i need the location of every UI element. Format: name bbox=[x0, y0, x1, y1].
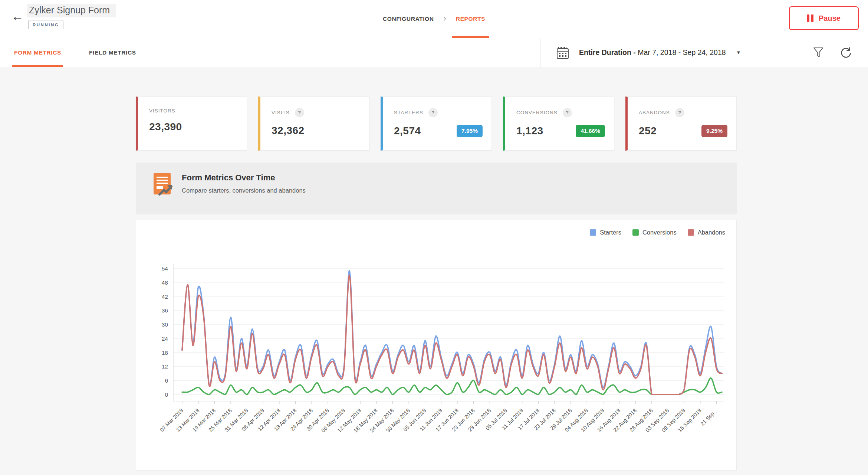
metric-label: VISITORS bbox=[149, 108, 175, 114]
tab-form-metrics-label: FORM METRICS bbox=[14, 49, 61, 56]
toolbar-icons bbox=[797, 38, 868, 67]
breadcrumb-reports-wrap: REPORTS bbox=[456, 0, 485, 38]
date-range-value: Mar 7, 2018 - Sep 24, 2018 bbox=[638, 48, 726, 56]
tab-field-metrics-label: FIELD METRICS bbox=[89, 49, 136, 56]
section-title: Form Metrics Over Time bbox=[182, 173, 275, 183]
breadcrumb-reports[interactable]: REPORTS bbox=[456, 16, 485, 22]
tab-active-underline bbox=[12, 65, 63, 67]
series-line-abandons bbox=[182, 275, 722, 394]
chart-section-header: Form Metrics Over Time Compare starters,… bbox=[136, 163, 737, 214]
svg-text:18: 18 bbox=[162, 350, 168, 356]
metric-rate-badge: 7.95% bbox=[457, 125, 483, 137]
help-icon[interactable]: ? bbox=[675, 108, 684, 117]
svg-text:54: 54 bbox=[162, 265, 168, 272]
help-icon[interactable]: ? bbox=[563, 108, 572, 117]
metric-cards-row: VISITORS23,390VISITS?32,362STARTERS?2,57… bbox=[136, 96, 737, 151]
svg-text:21 Sep ..: 21 Sep .. bbox=[699, 407, 719, 427]
metric-label: STARTERS bbox=[394, 110, 423, 115]
svg-text:42: 42 bbox=[162, 294, 168, 300]
svg-text:30: 30 bbox=[162, 321, 168, 328]
series-line-starters bbox=[182, 271, 722, 394]
refresh-icon[interactable] bbox=[840, 46, 852, 59]
metric-card-visitors: VISITORS23,390 bbox=[136, 96, 247, 151]
tab-bar: FORM METRICS FIELD METRICS Entire Durati… bbox=[0, 38, 868, 67]
svg-text:12: 12 bbox=[162, 363, 168, 370]
section-subtitle: Compare starters, conversions and abando… bbox=[182, 187, 306, 194]
metric-card-conversions: CONVERSIONS?1,12341.66% bbox=[503, 96, 614, 151]
date-range-selector[interactable]: Entire Duration - Mar 7, 2018 - Sep 24, … bbox=[540, 38, 797, 67]
report-document-icon bbox=[151, 171, 176, 197]
pause-button[interactable]: Pause bbox=[789, 6, 859, 30]
metric-rate-badge: 41.66% bbox=[576, 125, 605, 137]
calendar-icon bbox=[556, 46, 569, 60]
metric-value: 252 bbox=[639, 125, 657, 137]
svg-text:24: 24 bbox=[162, 335, 168, 342]
back-arrow-icon[interactable]: ← bbox=[11, 10, 24, 22]
date-range-text: Entire Duration - Mar 7, 2018 - Sep 24, … bbox=[579, 48, 726, 57]
breadcrumb: CONFIGURATION › REPORTS bbox=[383, 0, 485, 38]
metric-value: 1,123 bbox=[516, 125, 543, 137]
breadcrumb-active-underline bbox=[452, 36, 489, 38]
status-badge: RUNNING bbox=[28, 20, 63, 29]
caret-down-icon: ▼ bbox=[736, 50, 741, 55]
metrics-chart: 06121824303642485407 Mar 201813 Mar 2018… bbox=[136, 220, 737, 471]
help-icon[interactable]: ? bbox=[295, 108, 304, 117]
metric-value: 2,574 bbox=[394, 125, 421, 137]
metric-card-starters: STARTERS?2,5747.95% bbox=[381, 96, 492, 151]
breadcrumb-configuration[interactable]: CONFIGURATION bbox=[383, 16, 434, 22]
date-range-label: Entire Duration - bbox=[579, 48, 636, 56]
pause-icon bbox=[807, 14, 813, 22]
chevron-right-icon: › bbox=[444, 14, 446, 23]
metric-label: ABANDONS bbox=[639, 110, 670, 115]
metric-label: CONVERSIONS bbox=[516, 110, 558, 115]
page-header: ← Zylker Signup Form RUNNING CONFIGURATI… bbox=[0, 0, 868, 38]
metric-value: 32,362 bbox=[272, 125, 305, 137]
chart-panel: StartersConversionsAbandons 061218243036… bbox=[136, 220, 737, 471]
metric-card-abandons: ABANDONS?2529.25% bbox=[625, 96, 737, 151]
svg-text:6: 6 bbox=[165, 377, 168, 384]
page-title: Zylker Signup Form bbox=[27, 4, 116, 17]
help-icon[interactable]: ? bbox=[428, 108, 438, 117]
metric-value: 23,390 bbox=[149, 121, 182, 133]
tab-field-metrics[interactable]: FIELD METRICS bbox=[89, 38, 136, 67]
svg-text:0: 0 bbox=[165, 392, 168, 398]
pause-button-label: Pause bbox=[819, 14, 841, 23]
svg-text:48: 48 bbox=[162, 279, 168, 286]
filter-icon[interactable] bbox=[813, 47, 824, 59]
svg-text:36: 36 bbox=[162, 307, 168, 314]
tab-form-metrics[interactable]: FORM METRICS bbox=[14, 38, 61, 67]
metric-card-visits: VISITS?32,362 bbox=[258, 96, 369, 151]
metric-rate-badge: 9.25% bbox=[701, 125, 727, 137]
metric-label: VISITS bbox=[272, 110, 290, 115]
